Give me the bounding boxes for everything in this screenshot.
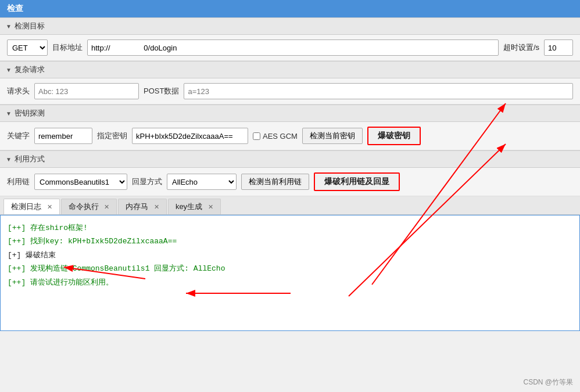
target-section-title: 检测目标 <box>15 21 45 31</box>
detect-chain-button[interactable]: 检测当前利用链 <box>241 174 309 190</box>
key-label: 指定密钥 <box>97 131 127 141</box>
target-section-body: GET POST PUT DELETE 目标地址 超时设置/s <box>0 35 580 60</box>
tab-close-memory-shell[interactable]: ✕ <box>154 203 159 210</box>
tab-close-key-gen[interactable]: ✕ <box>208 203 213 210</box>
top-bar-title: 检查 <box>7 3 23 14</box>
target-arrow-icon: ▼ <box>6 23 12 30</box>
tab-memory-shell[interactable]: 内存马 ✕ <box>118 199 167 214</box>
complex-section-header: ▼ 复杂请求 <box>0 61 580 78</box>
crack-chain-button[interactable]: 爆破利用链及回显 <box>314 172 400 191</box>
log-line: [++] 存在shiro框架! <box>8 221 572 235</box>
exploit-arrow-icon: ▼ <box>6 156 12 163</box>
top-bar: 检查 <box>0 0 580 17</box>
target-section-header: ▼ 检测目标 <box>0 17 580 35</box>
post-input[interactable] <box>184 83 573 99</box>
aes-gcm-checkbox[interactable] <box>253 132 260 140</box>
key-arrow-icon: ▼ <box>6 110 12 117</box>
complex-section-title: 复杂请求 <box>15 64 45 75</box>
complex-section: ▼ 复杂请求 请求头 POST数据 <box>0 61 580 105</box>
url-input[interactable] <box>87 39 499 56</box>
target-section: ▼ 检测目标 GET POST PUT DELETE 目标地址 超时设置/s <box>0 17 580 61</box>
log-line: [+] 爆破结束 <box>8 249 572 262</box>
key-input[interactable] <box>132 128 248 144</box>
timeout-input[interactable] <box>544 39 573 56</box>
exploit-section-title: 利用方式 <box>15 154 45 164</box>
timeout-label: 超时设置/s <box>503 42 539 53</box>
method-select[interactable]: GET POST PUT DELETE <box>7 39 48 56</box>
log-line: [++] 发现构造链:CommonsBeanutils1 回显方式: AllEc… <box>8 262 572 275</box>
complex-section-body: 请求头 POST数据 <box>0 78 580 104</box>
tab-detection-log[interactable]: 检测日志 ✕ <box>3 199 60 214</box>
tab-command-exec[interactable]: 命令执行 ✕ <box>61 199 117 214</box>
log-line: [++] 请尝试进行功能区利用。 <box>8 276 572 289</box>
keyword-label: 关键字 <box>7 131 30 141</box>
tabs-bar: 检测日志 ✕ 命令执行 ✕ 内存马 ✕ key生成 ✕ <box>0 196 580 215</box>
tab-close-detection-log[interactable]: ✕ <box>47 203 52 210</box>
echo-label: 回显方式 <box>132 177 162 187</box>
crack-key-button[interactable]: 爆破密钥 <box>367 127 421 145</box>
key-section: ▼ 密钥探测 关键字 指定密钥 AES GCM 检测当前密钥 爆破密钥 <box>0 105 580 150</box>
keyword-input[interactable] <box>34 128 92 144</box>
key-section-title: 密钥探测 <box>15 108 45 118</box>
detect-key-button[interactable]: 检测当前密钥 <box>302 128 363 144</box>
post-label: POST数据 <box>144 86 179 96</box>
echo-select[interactable]: AllEcho SpringEcho TomcatEcho <box>167 174 237 190</box>
tab-close-command-exec[interactable]: ✕ <box>104 203 109 210</box>
key-section-header: ▼ 密钥探测 <box>0 105 580 122</box>
exploit-section: ▼ 利用方式 利用链 CommonsBeanutils1 CommonsColl… <box>0 150 580 196</box>
exploit-section-body: 利用链 CommonsBeanutils1 CommonsCollections… <box>0 168 580 196</box>
key-section-body: 关键字 指定密钥 AES GCM 检测当前密钥 爆破密钥 <box>0 122 580 150</box>
complex-arrow-icon: ▼ <box>6 67 12 73</box>
tab-key-gen[interactable]: key生成 ✕ <box>168 199 221 214</box>
url-label: 目标地址 <box>52 42 83 53</box>
chain-label: 利用链 <box>7 177 30 187</box>
log-area: [++] 存在shiro框架![++] 找到key: kPH+bIxk5D2de… <box>0 215 580 331</box>
exploit-section-header: ▼ 利用方式 <box>0 150 580 168</box>
chain-select[interactable]: CommonsBeanutils1 CommonsCollections1 Co… <box>34 174 127 190</box>
log-line: [++] 找到key: kPH+bIxk5D2deZilxcaaaA== <box>8 235 572 248</box>
header-label: 请求头 <box>7 86 30 96</box>
aes-gcm-label: AES GCM <box>253 132 298 141</box>
header-input[interactable] <box>34 83 139 99</box>
